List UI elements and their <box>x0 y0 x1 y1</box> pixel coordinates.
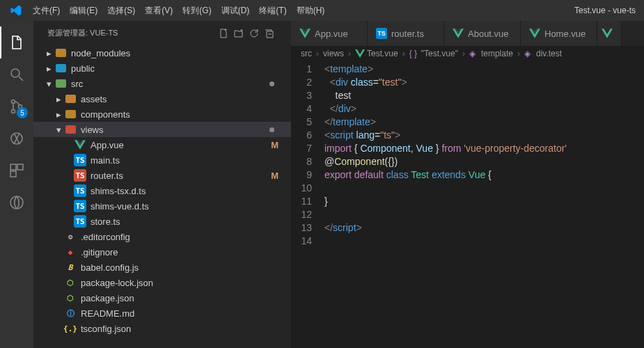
editor-tab[interactable]: TSrouter.ts <box>368 21 444 46</box>
editor-tab[interactable]: About.vue <box>444 21 521 46</box>
tab-overflow[interactable] <box>597 21 622 46</box>
tree-label: assets <box>81 94 291 104</box>
dirty-dot-icon <box>269 81 274 86</box>
tree-row[interactable]: ▸node_modules <box>33 45 291 61</box>
activity-search[interactable] <box>0 58 33 90</box>
tree-label: package-lock.json <box>81 278 291 288</box>
chevron-right-icon: › <box>345 49 354 58</box>
vscode-logo-icon <box>10 4 22 17</box>
sidebar: 资源管理器: VUE-TS ▸node_modules▸public▾src▸a… <box>33 21 291 348</box>
tree-row[interactable]: ▾views <box>33 122 291 137</box>
tab-label: Home.vue <box>544 29 586 39</box>
tree-row[interactable]: ⬡package.json <box>33 290 291 306</box>
editor-area: App.vueTSrouter.tsAbout.vueHome.vue src›… <box>291 21 644 348</box>
svg-point-8 <box>10 196 23 209</box>
tree-label: store.ts <box>91 216 291 227</box>
tree-row[interactable]: Bbabel.config.js <box>33 260 291 275</box>
tree-row[interactable]: ⓘREADME.md <box>33 306 291 321</box>
tree-label: main.ts <box>91 155 291 166</box>
refresh-button[interactable] <box>246 26 262 41</box>
breadcrumbs[interactable]: src›views›Test.vue›{ }"Test.vue"›◈templa… <box>291 46 644 61</box>
menu-item[interactable]: 调试(D) <box>217 6 255 15</box>
tab-label: App.vue <box>315 29 348 39</box>
dirty-dot-icon <box>269 127 274 132</box>
chevron-right-icon: › <box>515 49 523 58</box>
chevron-icon: ▾ <box>53 125 64 135</box>
svg-point-2 <box>12 110 15 113</box>
activity-docker[interactable] <box>0 187 33 219</box>
activity-scm[interactable]: 5 <box>0 90 33 122</box>
tree-row[interactable]: App.vueM <box>33 137 291 152</box>
code-editor[interactable]: 1234567891011121314 <template> <div clas… <box>291 61 644 348</box>
tree-label: tsconfig.json <box>81 324 291 334</box>
activity-debug[interactable] <box>0 122 33 155</box>
tree-row[interactable]: {.}tsconfig.json <box>33 321 291 336</box>
tree-row[interactable]: TSshims-tsx.d.ts <box>33 183 291 198</box>
tree-row[interactable]: TSrouter.tsM <box>33 168 291 183</box>
tab-label: About.vue <box>468 29 509 39</box>
file-tree[interactable]: ▸node_modules▸public▾src▸assets▸componen… <box>33 45 291 348</box>
activity-extensions[interactable] <box>0 155 33 187</box>
menu-item[interactable]: 转到(G) <box>178 6 216 15</box>
tree-row[interactable]: ▸assets <box>33 91 291 106</box>
breadcrumb-item[interactable]: views <box>323 49 344 58</box>
menu-item[interactable]: 选择(S) <box>102 6 140 15</box>
tree-row[interactable]: ◆.gitignore <box>33 244 291 260</box>
chevron-right-icon: › <box>400 49 408 58</box>
collapse-all-button[interactable] <box>262 26 277 41</box>
tree-row[interactable]: ⚙.editorconfig <box>33 229 291 244</box>
breadcrumb-item[interactable]: ◈div.test <box>524 49 562 58</box>
tree-label: babel.config.js <box>81 262 291 273</box>
tree-label: router.ts <box>91 171 271 181</box>
sidebar-header: 资源管理器: VUE-TS <box>33 21 291 45</box>
menu-item[interactable]: 查看(V) <box>140 6 178 15</box>
svg-rect-7 <box>10 171 16 177</box>
tree-label: .editorconfig <box>81 232 291 242</box>
svg-point-0 <box>11 69 19 77</box>
line-numbers: 1234567891011121314 <box>291 63 324 348</box>
tree-label: package.json <box>81 293 291 303</box>
chevron-icon: ▾ <box>43 79 54 89</box>
activity-bar: 5 <box>0 21 33 348</box>
scm-badge: 5 <box>17 107 28 118</box>
menu-item[interactable]: 编辑(E) <box>65 6 102 15</box>
new-file-button[interactable] <box>216 26 231 41</box>
chevron-icon: ▸ <box>53 94 64 104</box>
breadcrumb-item[interactable]: Test.vue <box>355 49 398 58</box>
new-folder-button[interactable] <box>231 26 246 41</box>
chevron-icon: ▸ <box>43 63 54 74</box>
breadcrumb-item[interactable]: src <box>301 49 312 58</box>
menu-item[interactable]: 文件(F) <box>28 6 65 15</box>
tree-label: components <box>81 109 291 120</box>
sidebar-title: 资源管理器: VUE-TS <box>47 28 216 38</box>
editor-tabs: App.vueTSrouter.tsAbout.vueHome.vue <box>291 21 644 46</box>
menu-item[interactable]: 帮助(H) <box>292 6 330 15</box>
activity-explorer[interactable] <box>0 26 33 58</box>
tree-row[interactable]: ▸public <box>33 61 291 76</box>
tree-label: views <box>81 125 269 135</box>
window-title: Test.vue - vue-ts <box>574 6 636 15</box>
breadcrumb-item[interactable]: ◈template <box>469 49 513 58</box>
tree-row[interactable]: ▸components <box>33 106 291 122</box>
code-lines[interactable]: <template> <div class="test"> test </div… <box>324 63 644 348</box>
tree-row[interactable]: TSstore.ts <box>33 214 291 229</box>
tree-label: public <box>71 63 291 74</box>
tree-row[interactable]: TSmain.ts <box>33 152 291 168</box>
chevron-icon: ▸ <box>53 109 64 120</box>
svg-rect-6 <box>17 164 23 170</box>
chevron-right-icon: › <box>313 49 322 58</box>
editor-tab[interactable]: App.vue <box>291 21 368 46</box>
chevron-icon: ▸ <box>43 48 54 58</box>
breadcrumb-item[interactable]: { }"Test.vue" <box>409 49 458 58</box>
svg-point-1 <box>12 100 15 104</box>
tab-label: router.ts <box>391 29 424 39</box>
editor-tab[interactable]: Home.vue <box>521 21 597 46</box>
tree-row[interactable]: ⬡package-lock.json <box>33 275 291 290</box>
tree-label: shims-vue.d.ts <box>91 201 291 212</box>
tree-row[interactable]: ▾src <box>33 76 291 91</box>
svg-rect-5 <box>10 164 16 170</box>
tree-label: README.md <box>81 308 291 319</box>
tree-row[interactable]: TSshims-vue.d.ts <box>33 198 291 214</box>
menu-item[interactable]: 终端(T) <box>254 6 291 15</box>
tree-label: src <box>71 79 269 89</box>
